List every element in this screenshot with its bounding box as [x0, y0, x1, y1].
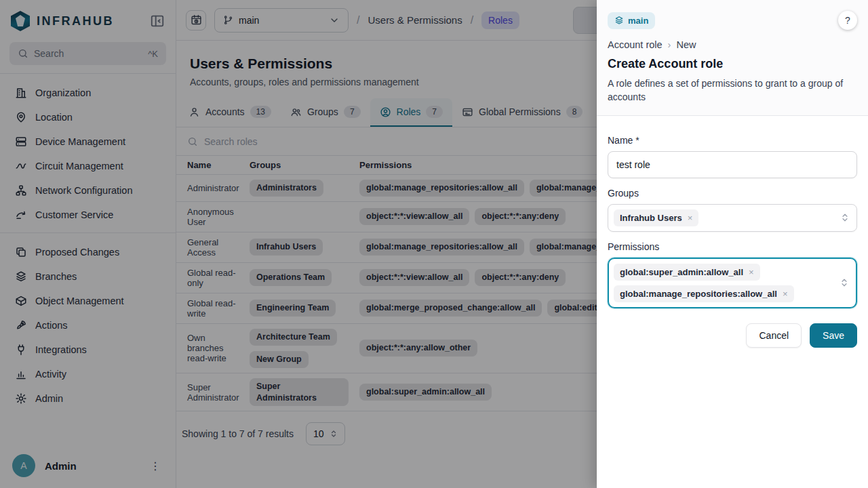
branch-badge: main — [608, 12, 655, 29]
drawer-breadcrumb-current: New — [676, 39, 696, 50]
drawer-form: Name * Groups Infrahub Users × Permissio… — [597, 116, 868, 357]
drawer-breadcrumb-parent[interactable]: Account role — [608, 39, 663, 50]
drawer-description: A role defines a set of permissions to g… — [608, 77, 852, 104]
groups-select[interactable]: Infrahub Users × — [608, 204, 857, 232]
selected-tag: global:super_admin:allow_all × — [614, 264, 760, 281]
selected-tag: Infrahub Users × — [614, 209, 698, 226]
branch-badge-label: main — [628, 16, 648, 26]
cancel-button[interactable]: Cancel — [746, 323, 802, 348]
drawer-actions: Cancel Save — [608, 323, 857, 348]
name-field[interactable] — [608, 151, 857, 178]
remove-tag-icon[interactable]: × — [688, 213, 693, 223]
permissions-select[interactable]: global:super_admin:allow_all × global:ma… — [608, 258, 857, 308]
create-role-drawer: main ? Account role › New Create Account… — [597, 0, 868, 488]
chevrons-up-down-icon — [840, 213, 850, 222]
chevrons-up-down-icon — [840, 278, 849, 287]
selected-tag: global:manage_repositories:allow_all × — [614, 285, 794, 302]
help-button[interactable]: ? — [838, 11, 857, 30]
remove-tag-icon[interactable]: × — [749, 267, 754, 277]
layers-icon — [614, 16, 624, 25]
permissions-label: Permissions — [608, 241, 857, 252]
drawer-header: main ? Account role › New Create Account… — [597, 0, 868, 116]
drawer-title: Create Account role — [608, 57, 857, 71]
chevron-right-icon: › — [668, 39, 671, 50]
drawer-breadcrumb: Account role › New — [608, 39, 857, 50]
name-label: Name * — [608, 135, 857, 146]
save-button[interactable]: Save — [810, 323, 857, 348]
remove-tag-icon[interactable]: × — [783, 289, 788, 299]
groups-label: Groups — [608, 188, 857, 199]
